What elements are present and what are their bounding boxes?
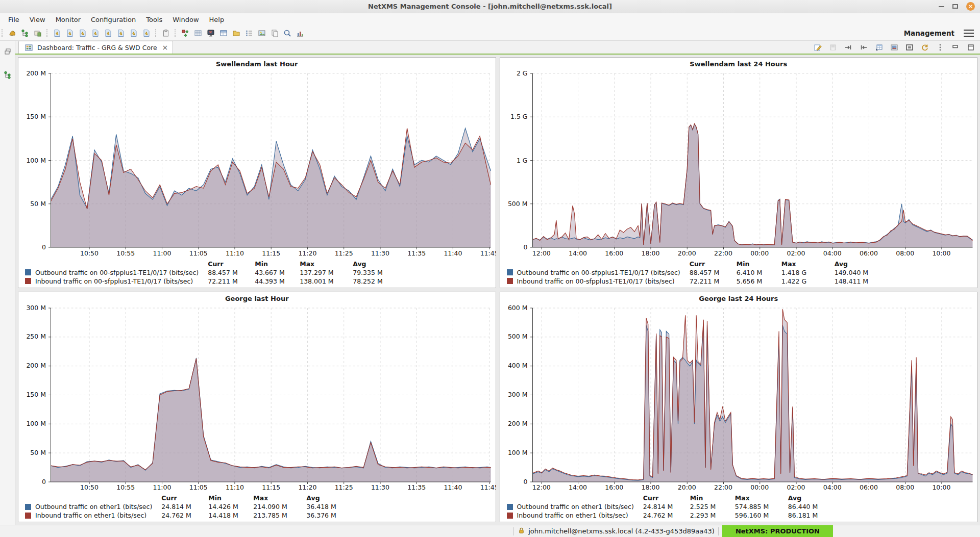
menu-configuration[interactable]: Configuration (86, 14, 141, 25)
x-tick-label: 11:30 (365, 249, 396, 257)
y-tick-label: 250 M (26, 333, 46, 340)
edit-icon[interactable] (813, 42, 823, 53)
image-chart-icon[interactable] (256, 28, 267, 39)
list-icon[interactable] (243, 28, 255, 39)
x-tick-label: 11:10 (219, 483, 250, 491)
dashboard-doc-icon-5[interactable] (103, 28, 114, 39)
menu-file[interactable]: File (3, 14, 24, 25)
x-tick-label: 11:05 (183, 249, 214, 257)
graph-config-icon[interactable] (295, 28, 306, 39)
menu-window[interactable]: Window (167, 14, 204, 25)
export-table-icon[interactable] (874, 42, 884, 53)
legend-header-min: Min (690, 494, 735, 502)
menu-view[interactable]: View (24, 14, 51, 25)
menu-monitor[interactable]: Monitor (51, 14, 86, 25)
clipboard-icon[interactable] (160, 28, 172, 39)
x-tick-label: 08:00 (890, 249, 920, 257)
chart-panel-george-last-24-hours: George last 24 Hours0100 M200 M300 M400 … (500, 292, 978, 523)
chart-plot-area[interactable] (532, 71, 974, 248)
status-bar: john.mitchell@netxms.ssk.local (4.2-433-… (0, 525, 980, 537)
x-tick-label: 14:00 (562, 483, 593, 491)
screenshot-icon[interactable] (889, 42, 899, 53)
legend-swatch (507, 278, 513, 284)
copy-icon[interactable] (269, 28, 280, 39)
dashboard-doc-icon-1[interactable] (52, 28, 63, 39)
refresh-icon[interactable] (920, 42, 930, 53)
fullscreen-icon[interactable] (904, 42, 915, 53)
chart-plot-area[interactable] (51, 305, 492, 482)
legend-stat-avg: 148.411 M (835, 277, 884, 285)
window-title: NetXMS Management Console - [john.mitche… (368, 3, 612, 10)
find-icon[interactable] (282, 28, 293, 39)
pin-left-icon[interactable] (859, 42, 869, 53)
x-tick-label: 10:00 (926, 249, 957, 257)
x-tick-label: 10:50 (74, 483, 105, 491)
hamburger-menu-icon[interactable] (963, 28, 975, 38)
object-tree-icon[interactable] (2, 69, 13, 81)
open-perspective-icon[interactable] (32, 28, 43, 39)
tab-dashboard-traffic[interactable]: Dashboard: Traffic - GRG & SWD Core × (18, 41, 173, 54)
chart-legend: CurrMinMaxAvgOutbound traffic on 00-sfpp… (24, 260, 492, 285)
dashboard-doc-icon-3[interactable] (77, 28, 88, 39)
legend-header-curr: Curr (690, 260, 737, 268)
legend-stat-avg: 149.040 M (835, 269, 884, 276)
more-options-icon[interactable] (935, 42, 945, 53)
legend-stat-min: 44.393 M (255, 277, 300, 285)
main-toolbar: Management (0, 25, 980, 41)
legend-stat-curr: 72.211 M (208, 277, 255, 285)
dashboard-doc-icon-6[interactable] (115, 28, 127, 39)
toolbar-grip (46, 29, 48, 37)
x-tick-label: 08:00 (890, 483, 920, 491)
legend-series-name: Inbound traffic on 00-sfpplus1-TE1/0/17 … (35, 277, 208, 285)
y-tick-label: 500 M (508, 200, 528, 208)
data-table-icon[interactable] (218, 28, 229, 39)
x-tick-label: 18:00 (635, 249, 666, 257)
monitor-icon[interactable] (205, 28, 216, 39)
view-toolbar (813, 42, 976, 53)
toolbar-grip (2, 29, 4, 37)
menu-help[interactable]: Help (204, 14, 230, 25)
x-tick-label: 10:55 (110, 249, 141, 257)
x-tick-label: 11:10 (219, 249, 250, 257)
x-tick-label: 06:00 (853, 483, 884, 491)
menu-tools[interactable]: Tools (141, 14, 167, 25)
dashboard-doc-icon-8[interactable] (141, 28, 152, 39)
legend-stat-max: 213.785 M (253, 512, 306, 519)
legend-stat-max: 596.160 M (735, 512, 788, 519)
tab-close-icon[interactable]: × (162, 43, 168, 52)
x-tick-label: 16:00 (599, 483, 629, 491)
object-node-icon[interactable] (180, 28, 191, 39)
chart-title: Swellendam last Hour (22, 60, 492, 71)
minimize-view-icon[interactable] (950, 42, 961, 53)
chart-plot-area[interactable] (51, 71, 492, 248)
legend-header-max: Max (735, 494, 788, 502)
pin-right-icon[interactable] (843, 42, 853, 53)
x-tick-label: 11:35 (401, 483, 432, 491)
chart-plot-area[interactable] (532, 305, 974, 482)
folder-icon[interactable] (231, 28, 242, 39)
alarm-icon[interactable] (7, 28, 18, 39)
network-service-icon[interactable] (19, 28, 31, 39)
dashboard-doc-icon-2[interactable] (64, 28, 76, 39)
server-badge[interactable]: NetXMS: PRODUCTION (722, 525, 833, 537)
y-tick-label: 200 M (26, 362, 46, 369)
dashboard-doc-icon-4[interactable] (90, 28, 101, 39)
grid-icon[interactable] (192, 28, 204, 39)
cascade-windows-icon[interactable] (2, 46, 13, 57)
legend-header-max: Max (253, 494, 306, 502)
x-tick-label: 11:30 (365, 483, 396, 491)
legend-stat-max: 1.422 G (781, 277, 835, 285)
dashboard-doc-icon-7[interactable] (128, 28, 139, 39)
title-bar: NetXMS Management Console - [john.mitche… (0, 0, 980, 13)
x-tick-label: 22:00 (708, 249, 739, 257)
minimize-icon[interactable] (939, 6, 944, 7)
y-tick-label: 200 M (508, 420, 528, 427)
y-tick-label: 1 G (517, 157, 528, 164)
tab-bar: Dashboard: Traffic - GRG & SWD Core × (15, 41, 980, 55)
dashboard-area: Swellendam last Hour050 M100 M150 M200 M… (15, 55, 980, 525)
x-tick-label: 11:45 (474, 249, 496, 257)
maximize-icon[interactable] (952, 4, 958, 9)
y-tick-label: 150 M (26, 113, 46, 120)
maximize-view-icon[interactable] (966, 42, 976, 53)
close-icon[interactable]: × (966, 2, 975, 11)
